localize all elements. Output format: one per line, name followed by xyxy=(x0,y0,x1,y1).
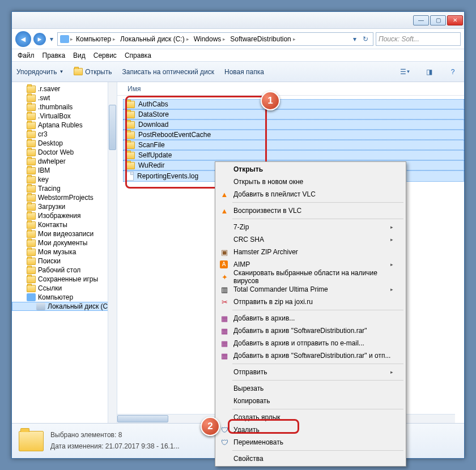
tree-item[interactable]: Aptana Rubles xyxy=(12,121,117,130)
tree-item-label: Моя музыка xyxy=(38,248,76,256)
tree-scrollbar[interactable] xyxy=(108,82,117,423)
vlc-icon: ▲ xyxy=(220,206,229,215)
file-row[interactable]: ScanFile xyxy=(123,140,464,150)
tree-item[interactable]: IBM xyxy=(12,166,117,175)
avast-icon: ✦ xyxy=(220,272,229,281)
tree-item[interactable]: Загрузки xyxy=(12,202,117,211)
tree-item-label: Мои документы xyxy=(38,239,87,247)
ctx-rar-name-email[interactable]: ▦Добавить в архив "SoftwareDistribution.… xyxy=(216,349,405,362)
tree-item[interactable]: Моя музыка xyxy=(12,247,117,257)
folder-icon xyxy=(27,258,36,265)
tree-item-label: .r.saver xyxy=(38,85,60,93)
forward-button[interactable]: ► xyxy=(33,33,46,45)
ctx-joxi[interactable]: ✂Отправить в zip на joxi.ru xyxy=(216,296,405,308)
ctx-open-new-window[interactable]: Открыть в новом окне xyxy=(216,176,405,188)
menu-help[interactable]: Справка xyxy=(125,52,151,59)
column-header-name[interactable]: Имя xyxy=(117,82,464,96)
tree-item[interactable]: Компьютер xyxy=(12,293,117,302)
tree-item[interactable]: Поиски xyxy=(12,257,117,266)
breadcrumb[interactable]: Компьютер▸ xyxy=(74,35,117,44)
ctx-scan-virus[interactable]: ✦Сканировать выбранные области на наличи… xyxy=(216,271,405,283)
winrar-icon: ▦ xyxy=(220,314,229,323)
breadcrumb[interactable]: Windows▸ xyxy=(192,35,228,44)
ctx-properties[interactable]: Свойства xyxy=(216,452,405,465)
ctx-sendto[interactable]: Отправить▸ xyxy=(216,366,405,378)
folder-icon xyxy=(126,162,135,169)
tree-item[interactable]: WebstormProjects xyxy=(12,193,117,202)
tree-item[interactable]: .r.saver xyxy=(12,84,117,93)
menu-tools[interactable]: Сервис xyxy=(94,52,117,59)
tree-item[interactable]: Мои видеозаписи xyxy=(12,229,117,238)
tree-item-label: Сохраненные игры xyxy=(38,275,98,283)
tree-item[interactable]: Doctor Web xyxy=(12,148,117,157)
tree-item[interactable]: Локальный диск (C:) xyxy=(12,302,117,311)
folder-icon xyxy=(27,140,36,147)
tree-item[interactable]: Контакты xyxy=(12,220,117,229)
search-input[interactable]: Поиск: Soft... xyxy=(376,32,461,46)
ctx-cut[interactable]: Вырезать xyxy=(216,382,405,395)
addr-dropdown-icon[interactable]: ▾ xyxy=(350,34,360,44)
history-dropdown[interactable]: ▾ xyxy=(48,33,55,45)
breadcrumb[interactable]: Локальный диск (C:)▸ xyxy=(118,35,191,44)
help-icon[interactable]: ? xyxy=(446,65,460,79)
ctx-rename[interactable]: 🛡Переименовать xyxy=(216,436,405,448)
burn-button[interactable]: Записать на оптический диск xyxy=(122,68,214,76)
file-row[interactable]: DataStore xyxy=(123,109,464,119)
menu-view[interactable]: Вид xyxy=(73,52,86,59)
tree-item[interactable]: cr3 xyxy=(12,130,117,139)
tree-item[interactable]: Сохраненные игры xyxy=(12,275,117,284)
file-row[interactable]: Download xyxy=(123,119,464,130)
ctx-open[interactable]: Открыть xyxy=(216,163,405,176)
refresh-icon[interactable]: ↻ xyxy=(360,34,371,44)
ctx-7zip[interactable]: 7-Zip▸ xyxy=(216,221,405,233)
tree-item[interactable]: Мои документы xyxy=(12,238,117,247)
ctx-delete[interactable]: 🛡Удалить xyxy=(216,424,405,436)
ctx-copy[interactable]: Копировать xyxy=(216,395,405,407)
menu-edit[interactable]: Правка xyxy=(42,52,66,59)
tree-item-label: Изображения xyxy=(38,212,80,220)
view-mode-icon[interactable]: ☰ ▼ xyxy=(398,65,412,79)
tree-item[interactable]: Изображения xyxy=(12,211,117,220)
folder-icon xyxy=(126,121,135,129)
tree-item[interactable]: .thumbnails xyxy=(12,102,117,112)
file-row[interactable]: AuthCabs xyxy=(123,99,464,109)
file-name: ReportingEvents.log xyxy=(137,172,198,180)
ctx-crcsha[interactable]: CRC SHA▸ xyxy=(216,233,405,246)
preview-pane-icon[interactable]: ◨ xyxy=(422,65,436,79)
ctx-rar-add[interactable]: ▦Добавить в архив... xyxy=(216,312,405,324)
tree-item[interactable]: Ссылки xyxy=(12,284,117,293)
tree-item[interactable]: key xyxy=(12,175,117,184)
tree-item[interactable]: Рабочий стол xyxy=(12,266,117,275)
ctx-rar-name[interactable]: ▦Добавить в архив "SoftwareDistribution.… xyxy=(216,324,405,337)
folder-icon xyxy=(27,276,36,283)
tree-item[interactable]: .VirtualBox xyxy=(12,112,117,121)
document-icon xyxy=(126,172,134,181)
ctx-vlc-play[interactable]: ▲Воспроизвести в VLC xyxy=(216,204,405,217)
menu-file[interactable]: Файл xyxy=(18,52,35,59)
new-folder-button[interactable]: Новая папка xyxy=(224,68,264,76)
ctx-shortcut[interactable]: Создать ярлык xyxy=(216,411,405,424)
joxi-icon: ✂ xyxy=(220,297,229,306)
maximize-button[interactable]: ▢ xyxy=(430,15,446,25)
open-button[interactable]: Открыть xyxy=(74,68,112,76)
tree-item[interactable]: dwhelper xyxy=(12,157,117,166)
minimize-button[interactable]: — xyxy=(413,15,429,25)
tree-item-label: key xyxy=(38,176,49,183)
breadcrumb[interactable]: SoftwareDistribution▸ xyxy=(228,35,297,44)
file-row[interactable]: PostRebootEventCache xyxy=(123,130,464,140)
tree-item[interactable]: Tracing xyxy=(12,184,117,193)
back-button[interactable]: ◄ xyxy=(15,31,31,47)
tree-item[interactable]: Desktop xyxy=(12,139,117,148)
close-button[interactable]: ✕ xyxy=(447,15,463,25)
file-row[interactable]: SelfUpdate xyxy=(123,150,464,160)
folder-icon xyxy=(27,249,36,256)
ctx-rar-email[interactable]: ▦Добавить в архив и отправить по e-mail.… xyxy=(216,337,405,349)
tree-item[interactable]: .swt xyxy=(12,93,117,102)
ctx-vlc-add[interactable]: ▲Добавить в плейлист VLC xyxy=(216,188,405,200)
organize-button[interactable]: Упорядочить▼ xyxy=(16,68,63,76)
ctx-hamster[interactable]: ▣Hamster ZIP Archiver xyxy=(216,246,405,258)
address-bar[interactable]: ▸ Компьютер▸ Локальный диск (C:)▸ Window… xyxy=(57,32,373,46)
tree-item-label: Рабочий стол xyxy=(38,266,80,274)
ctx-totalcmd[interactable]: ▥Total Commander Ultima Prime▸ xyxy=(216,283,405,296)
navigation-tree[interactable]: .r.saver.swt.thumbnails.VirtualBoxAptana… xyxy=(12,82,117,423)
